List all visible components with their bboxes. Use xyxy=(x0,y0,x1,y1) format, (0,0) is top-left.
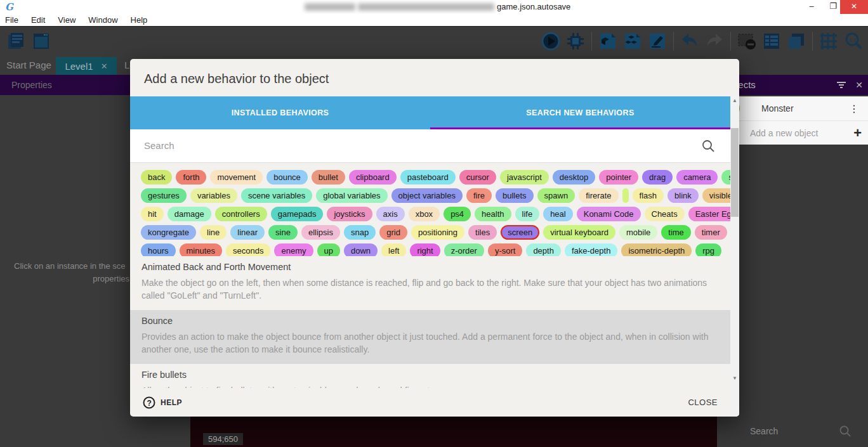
chip-sine[interactable]: sine xyxy=(268,225,298,240)
panel-close-icon[interactable]: ✕ xyxy=(855,75,863,95)
edit-scene-icon[interactable] xyxy=(647,30,668,52)
chip-firerate[interactable]: firerate xyxy=(579,188,618,203)
filter-icon[interactable] xyxy=(836,81,846,89)
chip-hit[interactable]: hit xyxy=(141,207,164,221)
chip-rpg[interactable]: rpg xyxy=(695,243,721,256)
chip-desktop[interactable]: desktop xyxy=(553,170,596,185)
behavior-item[interactable]: BounceProvides an action to make the obj… xyxy=(130,310,730,364)
menu-file[interactable]: File xyxy=(5,15,18,25)
chip-screen[interactable]: screen xyxy=(501,225,539,240)
chip-left[interactable]: left xyxy=(381,243,406,256)
chip-clipboard[interactable]: clipboard xyxy=(349,170,397,185)
chip-enemy[interactable]: enemy xyxy=(274,243,313,256)
chip-camera[interactable]: camera xyxy=(676,170,718,185)
chip-flash[interactable]: flash xyxy=(633,188,664,203)
behavior-item[interactable]: Animated Back and Forth MovementMake the… xyxy=(130,256,730,310)
object-menu-icon[interactable]: ⋮ xyxy=(849,103,859,115)
close-dialog-button[interactable]: CLOSE xyxy=(688,398,718,407)
chip-y-sort[interactable]: y-sort xyxy=(488,243,523,256)
close-window-button[interactable]: ✕ xyxy=(840,0,868,14)
menu-view[interactable]: View xyxy=(58,15,76,25)
chip-virtual-keyboard[interactable]: virtual keyboard xyxy=(543,225,615,240)
chip-seconds[interactable]: seconds xyxy=(226,243,270,256)
chip-drag[interactable]: drag xyxy=(642,170,673,185)
zoom-1-1-icon[interactable]: 1:1 xyxy=(843,30,864,52)
behavior-search-field[interactable]: Search xyxy=(130,129,730,163)
tab-installed-behaviors[interactable]: INSTALLED BEHAVIORS xyxy=(130,96,430,129)
chip-right[interactable]: right xyxy=(410,243,440,256)
chip-joysticks[interactable]: joysticks xyxy=(327,207,372,221)
tab-level1[interactable]: Level1 ✕ xyxy=(56,57,117,75)
chip-movement[interactable]: movement xyxy=(210,170,263,185)
chip-pasteboard[interactable]: pasteboard xyxy=(400,170,456,185)
menu-help[interactable]: Help xyxy=(131,15,148,25)
chip-xbox[interactable]: xbox xyxy=(409,207,440,221)
chip-ellipsis[interactable]: ellipsis xyxy=(301,225,340,240)
chip-isometric-depth[interactable]: isometric-depth xyxy=(621,243,692,256)
undo-icon[interactable] xyxy=(679,30,700,52)
menu-edit[interactable]: Edit xyxy=(31,15,45,25)
chip-timer[interactable]: timer xyxy=(695,225,727,240)
chip-ps4[interactable]: ps4 xyxy=(444,207,471,221)
chip-bullets[interactable]: bullets xyxy=(496,188,534,203)
chip-easter-egg[interactable]: Easter Egg xyxy=(688,207,730,221)
chip-konami-code[interactable]: Konami Code xyxy=(577,207,641,221)
chip-scene-variables[interactable]: scene variables xyxy=(241,188,312,203)
chip-fake-depth[interactable]: fake-depth xyxy=(565,243,617,256)
chip-spawn[interactable]: spawn xyxy=(537,188,575,203)
chip-cheats[interactable]: Cheats xyxy=(645,207,685,221)
chip-linear[interactable]: linear xyxy=(230,225,265,240)
scroll-down-icon[interactable]: ▼ xyxy=(730,375,739,381)
menu-window[interactable]: Window xyxy=(88,15,117,25)
instances-list-icon[interactable] xyxy=(761,30,782,52)
chip-z-order[interactable]: z-order xyxy=(444,243,484,256)
chip-blink[interactable]: blink xyxy=(667,188,699,203)
play-icon[interactable] xyxy=(540,30,562,52)
dialog-scrollbar[interactable]: ▲ ▼ xyxy=(730,96,739,417)
chip-scroll[interactable]: scroll xyxy=(721,170,730,185)
tab-close-icon[interactable]: ✕ xyxy=(101,62,108,71)
chip-hours[interactable]: hours xyxy=(141,243,176,256)
chip-snap[interactable]: snap xyxy=(344,225,376,240)
chip-fire[interactable]: fire xyxy=(466,188,492,203)
object-row-monster[interactable]: Monster ⋮ xyxy=(717,96,868,120)
chip-controllers[interactable]: controllers xyxy=(215,207,267,221)
chip-down[interactable]: down xyxy=(344,243,378,256)
chip-life[interactable]: life xyxy=(515,207,540,221)
chip-cursor[interactable]: cursor xyxy=(459,170,496,185)
chip-up[interactable]: up xyxy=(317,243,340,256)
chip-blank[interactable] xyxy=(622,188,629,203)
add-object-plus-icon[interactable]: + xyxy=(853,125,862,141)
tab-start-page[interactable]: Start Page xyxy=(6,60,51,70)
minimize-button[interactable]: – xyxy=(801,0,822,14)
project-manager-icon[interactable] xyxy=(5,30,27,52)
add-object-row[interactable]: Add a new object + xyxy=(717,120,868,145)
help-button[interactable]: ? HELP xyxy=(143,396,182,409)
chip-variables[interactable]: variables xyxy=(190,188,237,203)
chip-depth[interactable]: depth xyxy=(526,243,561,256)
objects-search[interactable]: Search xyxy=(717,417,868,447)
behavior-item[interactable]: Fire bulletsAllow the object to fire bul… xyxy=(130,364,730,388)
scene-canvas[interactable]: 594;650 xyxy=(190,417,717,447)
scrollbar-thumb[interactable] xyxy=(731,128,739,217)
chip-mobile[interactable]: mobile xyxy=(619,225,657,240)
chip-kongregate[interactable]: kongregate xyxy=(141,225,196,240)
chip-health[interactable]: health xyxy=(475,207,511,221)
add-objects-icon[interactable] xyxy=(622,30,643,52)
chip-object-variables[interactable]: object variables xyxy=(391,188,463,203)
chip-axis[interactable]: axis xyxy=(376,207,405,221)
chip-visible[interactable]: visible xyxy=(702,188,730,203)
chip-minutes[interactable]: minutes xyxy=(180,243,223,256)
chip-back[interactable]: back xyxy=(141,170,172,185)
chip-bounce[interactable]: bounce xyxy=(266,170,308,185)
add-object-icon[interactable] xyxy=(597,30,619,52)
chip-gestures[interactable]: gestures xyxy=(141,188,187,203)
start-page-icon[interactable] xyxy=(30,30,52,52)
chip-gamepads[interactable]: gamepads xyxy=(271,207,324,221)
grid-icon[interactable] xyxy=(818,30,839,52)
redo-icon[interactable] xyxy=(704,30,725,52)
chip-heal[interactable]: heal xyxy=(543,207,573,221)
tab-search-new-behaviors[interactable]: SEARCH NEW BEHAVIORS xyxy=(430,96,730,129)
debug-icon[interactable] xyxy=(565,30,586,52)
scroll-up-icon[interactable]: ▲ xyxy=(730,98,739,103)
